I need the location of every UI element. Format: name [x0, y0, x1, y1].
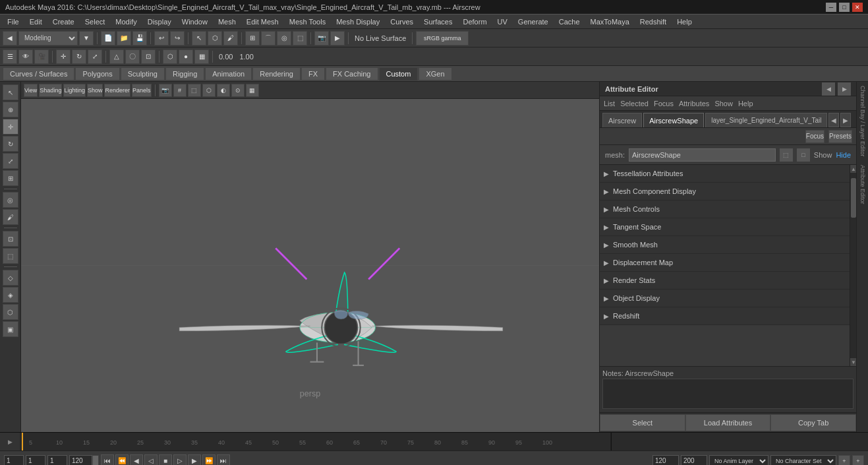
vp-isolate-btn[interactable]: ⊙	[231, 84, 245, 97]
menu-meshtools[interactable]: Mesh Tools	[285, 16, 330, 27]
texture-btn[interactable]: ▦	[194, 49, 209, 64]
attr-tab-airscrew[interactable]: Airscrew	[602, 113, 642, 127]
move-btn[interactable]: ✛	[56, 49, 71, 64]
menu-create[interactable]: Create	[48, 16, 79, 27]
snap-curve-btn[interactable]: ⌒	[261, 31, 275, 46]
vp-view-btn[interactable]: View	[24, 84, 38, 97]
ipr-btn[interactable]: ▶	[330, 31, 345, 46]
presets-button[interactable]: Presets	[828, 130, 852, 143]
attr-tab-prev[interactable]: ◀	[828, 113, 839, 127]
mesh-input[interactable]	[629, 148, 776, 162]
attr-tab-next[interactable]: ▶	[840, 113, 851, 127]
attr-scrollbar[interactable]: ▲ ▼	[850, 165, 856, 366]
move-tool-btn[interactable]: ✛	[3, 119, 18, 135]
prev-frame-btn[interactable]: ⏪	[115, 454, 129, 466]
attr-nav-focus[interactable]: Focus	[654, 100, 674, 108]
open-file-btn[interactable]: 📁	[117, 31, 131, 46]
tab-curves-surfaces[interactable]: Curves / Surfaces	[3, 67, 74, 80]
tab-fx-caching[interactable]: FX Caching	[326, 67, 378, 80]
section-tangent-header[interactable]: ▶ Tangent Space	[600, 218, 850, 235]
workspace-dropdown[interactable]: Modeling	[18, 31, 78, 46]
menu-window[interactable]: Window	[177, 16, 212, 27]
rotate-tool-btn[interactable]: ↻	[3, 136, 18, 152]
redo-btn[interactable]: ↪	[170, 31, 185, 46]
menu-help[interactable]: Help	[672, 16, 697, 27]
vp-wire-on-shade-btn[interactable]: ⬡	[202, 84, 216, 97]
undo-btn[interactable]: ↩	[154, 31, 169, 46]
srgb-btn[interactable]: sRGB gamma	[416, 31, 469, 46]
stop-btn[interactable]: ■	[159, 454, 172, 466]
menu-cache[interactable]: Cache	[554, 16, 585, 27]
minimize-button[interactable]: ─	[826, 3, 836, 12]
attr-nav-show[interactable]: Show	[714, 100, 733, 108]
select-mode-btn[interactable]: ↖	[3, 84, 18, 100]
last-tool-btn[interactable]: ⊞	[3, 170, 18, 186]
snap-surface-btn[interactable]: ⬚	[293, 31, 307, 46]
paint-select-btn[interactable]: ⊕	[3, 102, 18, 117]
scroll-up-arrow[interactable]: ▲	[850, 165, 856, 173]
camera-btn[interactable]: 🎥	[34, 49, 49, 64]
menu-maxtomaya[interactable]: MaxToMaya	[586, 16, 634, 27]
mesh-shrink-btn[interactable]: □	[797, 148, 810, 162]
next-key-btn[interactable]: ▶	[188, 454, 201, 466]
attr-tab-airscrewshape[interactable]: AirscrewShape	[643, 113, 704, 127]
tab-fx[interactable]: FX	[301, 67, 325, 80]
face-snap-btn[interactable]: ⬡	[3, 304, 18, 320]
menu-generate[interactable]: Generate	[513, 16, 553, 27]
soft-mod-btn[interactable]: ◎	[3, 192, 18, 208]
view-btn[interactable]: 👁	[18, 49, 33, 64]
tab-xgen[interactable]: XGen	[419, 67, 451, 80]
section-object-display-header[interactable]: ▶ Object Display	[600, 290, 850, 307]
wireframe-btn[interactable]: ⬡	[163, 49, 177, 64]
playback-end-input[interactable]	[652, 455, 679, 466]
menu-select[interactable]: Select	[80, 16, 110, 27]
vertex-snap-btn[interactable]: ◇	[3, 270, 18, 286]
focus-button[interactable]: Focus	[805, 130, 825, 143]
vp-grid-btn[interactable]: #	[173, 84, 187, 97]
workspace-collapse[interactable]: ◀	[3, 31, 17, 46]
workspace-dropdown-arrow[interactable]: ▼	[79, 31, 94, 46]
show-hide-btn[interactable]: ☰	[3, 49, 17, 64]
polygon-btn[interactable]: △	[109, 49, 124, 64]
rotate-btn[interactable]: ↻	[72, 49, 86, 64]
attr-tab-layer[interactable]: layer_Single_Engined_Aircraft_V_Tail	[705, 113, 827, 127]
vp-film-gate-btn[interactable]: ⬚	[188, 84, 201, 97]
menu-redshift[interactable]: Redshift	[635, 16, 671, 27]
maximize-button[interactable]: □	[839, 3, 850, 12]
vp-texture-btn[interactable]: ▦	[246, 84, 259, 97]
tab-animation[interactable]: Animation	[205, 67, 252, 80]
frame-end-input[interactable]	[69, 455, 92, 466]
region-btn[interactable]: ▣	[3, 321, 18, 337]
attr-manipulator-btn[interactable]: ⬚	[3, 248, 18, 264]
section-mesh-controls-header[interactable]: ▶ Mesh Controls	[600, 201, 850, 218]
sculpt-btn[interactable]: 🖌	[3, 209, 18, 225]
vp-lighting-btn[interactable]: Lighting	[63, 84, 86, 97]
mesh-expand-btn[interactable]: ⬚	[780, 148, 793, 162]
menu-editmesh[interactable]: Edit Mesh	[242, 16, 283, 27]
char-set-select[interactable]: No Character Set	[770, 455, 836, 466]
next-frame-btn[interactable]: ⏩	[202, 454, 216, 466]
vp-show-btn[interactable]: Show	[87, 84, 103, 97]
render-cam-btn[interactable]: 📷	[314, 31, 329, 46]
paint-btn[interactable]: 🖌	[223, 31, 238, 46]
section-mesh-component-header[interactable]: ▶ Mesh Component Display	[600, 183, 850, 200]
scale-btn[interactable]: ⤢	[88, 49, 102, 64]
hide-link[interactable]: Hide	[836, 151, 851, 159]
attr-nav-selected[interactable]: Selected	[620, 100, 649, 108]
close-button[interactable]: ✕	[852, 3, 863, 12]
vp-shading-btn[interactable]: Shading	[39, 84, 62, 97]
menu-meshdisplay[interactable]: Mesh Display	[332, 16, 384, 27]
attr-prev-btn[interactable]: ◀	[822, 82, 835, 96]
show-manipulator-btn[interactable]: ⊡	[3, 231, 18, 247]
vp-panels-btn[interactable]: Panels	[132, 84, 152, 97]
playback-end2-input[interactable]	[681, 455, 707, 466]
menu-deform[interactable]: Deform	[458, 16, 491, 27]
vsidebar-label-1[interactable]: Channel Bay / Layer Editor	[859, 82, 866, 161]
select-tool-btn[interactable]: ↖	[192, 31, 206, 46]
attr-nav-attributes[interactable]: Attributes	[679, 100, 709, 108]
play-back-btn[interactable]: ◁	[144, 454, 158, 466]
tab-custom[interactable]: Custom	[379, 67, 419, 80]
go-start-btn[interactable]: ⏮	[101, 454, 114, 466]
menu-surfaces[interactable]: Surfaces	[419, 16, 457, 27]
go-end-btn[interactable]: ⏭	[217, 454, 230, 466]
